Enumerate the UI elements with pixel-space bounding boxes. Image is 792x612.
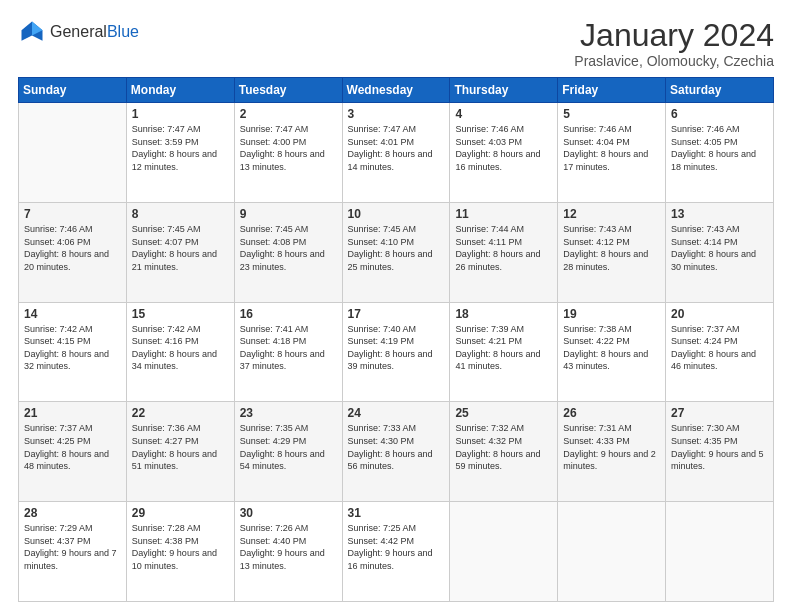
day-cell: 1Sunrise: 7:47 AMSunset: 3:59 PMDaylight…	[126, 103, 234, 203]
logo-general: General	[50, 23, 107, 41]
logo-blue: Blue	[107, 23, 139, 41]
day-info: Sunrise: 7:47 AMSunset: 3:59 PMDaylight:…	[132, 123, 229, 173]
weekday-friday: Friday	[558, 78, 666, 103]
day-cell: 26Sunrise: 7:31 AMSunset: 4:33 PMDayligh…	[558, 402, 666, 502]
day-number: 2	[240, 107, 337, 121]
day-info: Sunrise: 7:33 AMSunset: 4:30 PMDaylight:…	[348, 422, 445, 472]
day-number: 16	[240, 307, 337, 321]
day-info: Sunrise: 7:45 AMSunset: 4:07 PMDaylight:…	[132, 223, 229, 273]
day-number: 30	[240, 506, 337, 520]
day-cell: 7Sunrise: 7:46 AMSunset: 4:06 PMDaylight…	[19, 202, 127, 302]
day-info: Sunrise: 7:45 AMSunset: 4:08 PMDaylight:…	[240, 223, 337, 273]
day-info: Sunrise: 7:28 AMSunset: 4:38 PMDaylight:…	[132, 522, 229, 572]
logo-icon	[18, 18, 46, 46]
day-info: Sunrise: 7:41 AMSunset: 4:18 PMDaylight:…	[240, 323, 337, 373]
day-cell: 6Sunrise: 7:46 AMSunset: 4:05 PMDaylight…	[666, 103, 774, 203]
day-cell: 20Sunrise: 7:37 AMSunset: 4:24 PMDayligh…	[666, 302, 774, 402]
day-cell	[19, 103, 127, 203]
day-number: 27	[671, 406, 768, 420]
title-block: January 2024 Praslavice, Olomoucky, Czec…	[574, 18, 774, 69]
day-number: 8	[132, 207, 229, 221]
day-cell	[450, 502, 558, 602]
day-cell: 22Sunrise: 7:36 AMSunset: 4:27 PMDayligh…	[126, 402, 234, 502]
day-info: Sunrise: 7:25 AMSunset: 4:42 PMDaylight:…	[348, 522, 445, 572]
day-number: 9	[240, 207, 337, 221]
day-number: 21	[24, 406, 121, 420]
day-info: Sunrise: 7:30 AMSunset: 4:35 PMDaylight:…	[671, 422, 768, 472]
day-info: Sunrise: 7:37 AMSunset: 4:25 PMDaylight:…	[24, 422, 121, 472]
day-info: Sunrise: 7:40 AMSunset: 4:19 PMDaylight:…	[348, 323, 445, 373]
day-number: 25	[455, 406, 552, 420]
weekday-saturday: Saturday	[666, 78, 774, 103]
day-info: Sunrise: 7:36 AMSunset: 4:27 PMDaylight:…	[132, 422, 229, 472]
day-number: 14	[24, 307, 121, 321]
day-cell: 28Sunrise: 7:29 AMSunset: 4:37 PMDayligh…	[19, 502, 127, 602]
week-row-5: 28Sunrise: 7:29 AMSunset: 4:37 PMDayligh…	[19, 502, 774, 602]
day-number: 31	[348, 506, 445, 520]
day-number: 10	[348, 207, 445, 221]
day-cell: 9Sunrise: 7:45 AMSunset: 4:08 PMDaylight…	[234, 202, 342, 302]
day-info: Sunrise: 7:26 AMSunset: 4:40 PMDaylight:…	[240, 522, 337, 572]
day-cell: 17Sunrise: 7:40 AMSunset: 4:19 PMDayligh…	[342, 302, 450, 402]
day-info: Sunrise: 7:47 AMSunset: 4:01 PMDaylight:…	[348, 123, 445, 173]
weekday-header-row: SundayMondayTuesdayWednesdayThursdayFrid…	[19, 78, 774, 103]
day-cell: 27Sunrise: 7:30 AMSunset: 4:35 PMDayligh…	[666, 402, 774, 502]
day-number: 20	[671, 307, 768, 321]
day-cell: 18Sunrise: 7:39 AMSunset: 4:21 PMDayligh…	[450, 302, 558, 402]
weekday-thursday: Thursday	[450, 78, 558, 103]
day-cell: 11Sunrise: 7:44 AMSunset: 4:11 PMDayligh…	[450, 202, 558, 302]
day-cell: 29Sunrise: 7:28 AMSunset: 4:38 PMDayligh…	[126, 502, 234, 602]
day-cell: 16Sunrise: 7:41 AMSunset: 4:18 PMDayligh…	[234, 302, 342, 402]
weekday-wednesday: Wednesday	[342, 78, 450, 103]
day-number: 11	[455, 207, 552, 221]
day-cell: 2Sunrise: 7:47 AMSunset: 4:00 PMDaylight…	[234, 103, 342, 203]
day-number: 3	[348, 107, 445, 121]
day-number: 1	[132, 107, 229, 121]
week-row-1: 1Sunrise: 7:47 AMSunset: 3:59 PMDaylight…	[19, 103, 774, 203]
day-cell: 13Sunrise: 7:43 AMSunset: 4:14 PMDayligh…	[666, 202, 774, 302]
day-cell: 25Sunrise: 7:32 AMSunset: 4:32 PMDayligh…	[450, 402, 558, 502]
day-cell: 19Sunrise: 7:38 AMSunset: 4:22 PMDayligh…	[558, 302, 666, 402]
day-cell	[666, 502, 774, 602]
day-number: 5	[563, 107, 660, 121]
day-cell: 3Sunrise: 7:47 AMSunset: 4:01 PMDaylight…	[342, 103, 450, 203]
day-info: Sunrise: 7:43 AMSunset: 4:12 PMDaylight:…	[563, 223, 660, 273]
day-info: Sunrise: 7:46 AMSunset: 4:04 PMDaylight:…	[563, 123, 660, 173]
day-info: Sunrise: 7:29 AMSunset: 4:37 PMDaylight:…	[24, 522, 121, 572]
day-info: Sunrise: 7:42 AMSunset: 4:16 PMDaylight:…	[132, 323, 229, 373]
day-cell: 31Sunrise: 7:25 AMSunset: 4:42 PMDayligh…	[342, 502, 450, 602]
calendar: SundayMondayTuesdayWednesdayThursdayFrid…	[18, 77, 774, 602]
day-info: Sunrise: 7:44 AMSunset: 4:11 PMDaylight:…	[455, 223, 552, 273]
month-title: January 2024	[574, 18, 774, 53]
day-number: 17	[348, 307, 445, 321]
day-info: Sunrise: 7:43 AMSunset: 4:14 PMDaylight:…	[671, 223, 768, 273]
day-number: 19	[563, 307, 660, 321]
day-cell: 8Sunrise: 7:45 AMSunset: 4:07 PMDaylight…	[126, 202, 234, 302]
day-info: Sunrise: 7:46 AMSunset: 4:03 PMDaylight:…	[455, 123, 552, 173]
logo: GeneralBlue	[18, 18, 139, 46]
week-row-3: 14Sunrise: 7:42 AMSunset: 4:15 PMDayligh…	[19, 302, 774, 402]
day-number: 13	[671, 207, 768, 221]
day-info: Sunrise: 7:35 AMSunset: 4:29 PMDaylight:…	[240, 422, 337, 472]
day-number: 26	[563, 406, 660, 420]
page: GeneralBlue January 2024 Praslavice, Olo…	[0, 0, 792, 612]
day-info: Sunrise: 7:46 AMSunset: 4:06 PMDaylight:…	[24, 223, 121, 273]
logo-text: GeneralBlue	[50, 23, 139, 41]
day-number: 22	[132, 406, 229, 420]
day-cell: 14Sunrise: 7:42 AMSunset: 4:15 PMDayligh…	[19, 302, 127, 402]
day-number: 28	[24, 506, 121, 520]
day-cell: 4Sunrise: 7:46 AMSunset: 4:03 PMDaylight…	[450, 103, 558, 203]
day-cell: 12Sunrise: 7:43 AMSunset: 4:12 PMDayligh…	[558, 202, 666, 302]
day-number: 23	[240, 406, 337, 420]
day-number: 15	[132, 307, 229, 321]
day-info: Sunrise: 7:39 AMSunset: 4:21 PMDaylight:…	[455, 323, 552, 373]
day-number: 6	[671, 107, 768, 121]
week-row-4: 21Sunrise: 7:37 AMSunset: 4:25 PMDayligh…	[19, 402, 774, 502]
day-number: 4	[455, 107, 552, 121]
header: GeneralBlue January 2024 Praslavice, Olo…	[18, 18, 774, 69]
day-cell: 21Sunrise: 7:37 AMSunset: 4:25 PMDayligh…	[19, 402, 127, 502]
weekday-sunday: Sunday	[19, 78, 127, 103]
week-row-2: 7Sunrise: 7:46 AMSunset: 4:06 PMDaylight…	[19, 202, 774, 302]
day-info: Sunrise: 7:42 AMSunset: 4:15 PMDaylight:…	[24, 323, 121, 373]
day-info: Sunrise: 7:47 AMSunset: 4:00 PMDaylight:…	[240, 123, 337, 173]
